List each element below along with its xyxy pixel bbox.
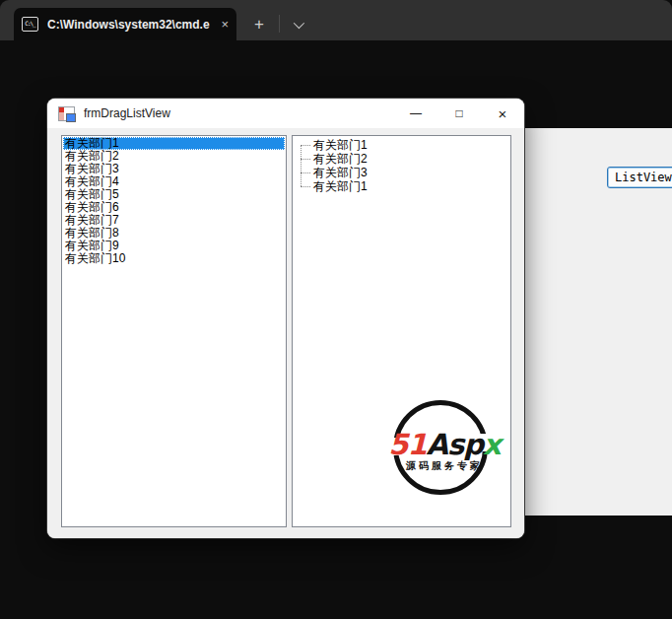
dialog-title-bar[interactable]: frmDragListView — □ × [47, 99, 524, 128]
cmd-prompt-icon: C:\_ [22, 17, 38, 32]
chevron-down-icon [294, 17, 304, 28]
dialog-client-area: 有关部门1有关部门2有关部门3有关部门4有关部门5有关部门6有关部门7有关部门8… [47, 128, 524, 538]
winforms-app-icon [58, 106, 75, 121]
tree-node[interactable]: 有关部门1 [293, 179, 510, 193]
resize-grip[interactable] [518, 532, 520, 534]
close-button[interactable]: × [481, 99, 524, 128]
new-tab-button[interactable]: + [239, 8, 279, 40]
tab-close-icon[interactable]: × [221, 18, 229, 31]
department-treeview[interactable]: 有关部门1有关部门2有关部门3有关部门1 51Aspx 源码服务专家 [292, 135, 511, 527]
tree-node[interactable]: 有关部门3 [293, 166, 510, 179]
terminal-tab-bar: C:\_ C:\Windows\system32\cmd.e × + [0, 0, 672, 40]
tab-dropdown-button[interactable] [280, 8, 315, 40]
logo-tagline: 源码服务专家 [379, 459, 509, 473]
parent-form-window: ListView中 [525, 128, 672, 516]
tree-node[interactable]: 有关部门1 [293, 138, 510, 152]
dialog-title: frmDragListView [84, 106, 394, 120]
department-listbox[interactable]: 有关部门1有关部门2有关部门3有关部门4有关部门5有关部门6有关部门7有关部门8… [61, 135, 287, 527]
tree-node[interactable]: 有关部门2 [293, 152, 510, 166]
terminal-tab[interactable]: C:\_ C:\Windows\system32\cmd.e × [14, 8, 236, 40]
listbox-item[interactable]: 有关部门10 [63, 252, 285, 265]
maximize-button[interactable]: □ [437, 99, 481, 128]
terminal-tab-title: C:\Windows\system32\cmd.e [47, 18, 217, 32]
51aspx-watermark-logo: 51Aspx 源码服务专家 [379, 398, 509, 499]
minimize-button[interactable]: — [394, 99, 437, 128]
frm-drag-listview-window: frmDragListView — □ × 有关部门1有关部门2有关部门3有关部… [47, 99, 524, 538]
listview-action-button[interactable]: ListView中 [607, 167, 672, 188]
logo-wordmark: 51Aspx [379, 428, 509, 461]
